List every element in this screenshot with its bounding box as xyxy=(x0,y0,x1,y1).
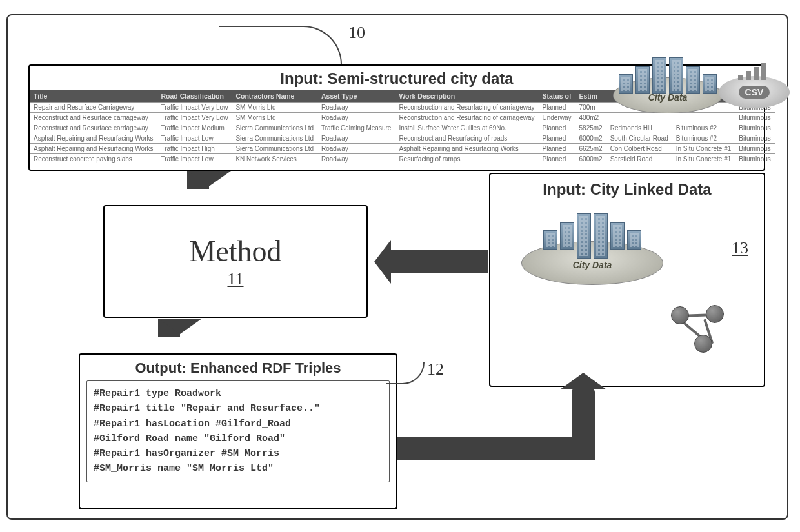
table-row: Reconstruct concrete paving slabsTraffic… xyxy=(30,154,775,164)
rdf-line: #SM_Morris name "SM Morris Ltd" xyxy=(94,461,383,476)
buildings-icon xyxy=(614,57,722,96)
buildings-icon xyxy=(522,213,663,252)
rdf-line: #Repair1 hasOrganizer #SM_Morris xyxy=(94,446,383,461)
table-header: Contractors Name xyxy=(232,90,317,103)
rdf-line: #Gilford_Road name "Gilford Road" xyxy=(94,431,383,446)
table-row: Asphalt Repairing and Resurfacing WorksT… xyxy=(30,144,775,154)
table-header: Work Description xyxy=(395,90,538,103)
csv-badge: CSV xyxy=(719,59,790,111)
output-rdf-box: Output: Enhanced RDF Triples #Repair1 ty… xyxy=(79,353,397,509)
output-rdf-title: Output: Enhanced RDF Triples xyxy=(80,355,396,380)
table-header: Status of xyxy=(539,90,575,103)
rdf-line: #Repair1 type Roadwork xyxy=(94,386,383,401)
csv-label: CSV xyxy=(739,86,770,99)
arrow-output-to-linked xyxy=(397,379,617,463)
ref-11: 11 xyxy=(227,270,243,289)
ref-10: 10 xyxy=(348,23,365,43)
leader-10 xyxy=(219,26,342,64)
rdf-triples-code: #Repair1 type Roadwork#Repair1 title "Re… xyxy=(86,380,390,482)
ref-12: 12 xyxy=(427,360,444,379)
city-data-badge-2: City Data xyxy=(521,213,676,297)
city-data-label: City Data xyxy=(573,260,612,270)
rdf-line: #Repair1 title "Repair and Resurface.." xyxy=(94,401,383,416)
city-data-badge: City Data xyxy=(613,57,729,115)
table-header: Estim xyxy=(575,90,606,103)
table-header: Road Classification xyxy=(157,90,232,103)
method-label: Method xyxy=(189,234,281,268)
csv-bars-icon xyxy=(738,63,766,80)
table-row: Asphalt Repairing and Resurfacing WorksT… xyxy=(30,133,775,144)
table-header: Asset Type xyxy=(317,90,395,103)
input-linked-data-title: Input: City Linked Data xyxy=(490,174,764,200)
ref-13: 13 xyxy=(732,239,748,258)
method-box: Method 11 xyxy=(103,205,368,318)
table-row: Reconstruct and Resurface carriagewayTra… xyxy=(30,123,775,133)
input-linked-data-box: Input: City Linked Data 13 City Data xyxy=(489,173,765,387)
rdf-line: #Repair1 hasLocation #Gilford_Road xyxy=(94,417,383,431)
arrow-linked-to-method xyxy=(374,240,488,284)
table-header: Title xyxy=(30,90,157,103)
